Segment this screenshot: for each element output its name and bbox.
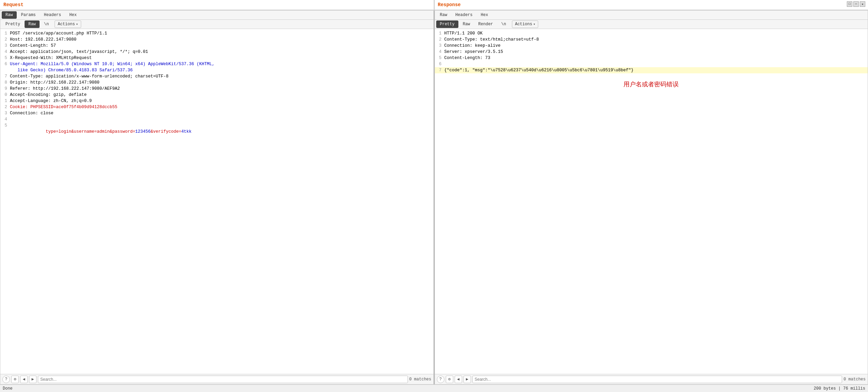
request-search-input[interactable] <box>38 376 408 383</box>
response-line-3: 3 Connection: keep-alive <box>435 43 868 49</box>
request-line-11: 1 Accept-Language: zh-CN, zh;q=0.9 <box>0 98 433 104</box>
request-line-15: 5 type=login&username=admin&password=123… <box>0 122 433 141</box>
request-title: Request <box>0 0 435 10</box>
window-tile-icon[interactable]: □ <box>847 1 852 7</box>
request-actions-btn[interactable]: Actions ▾ <box>55 20 81 28</box>
request-back-btn[interactable]: ◀ <box>20 376 28 383</box>
request-settings-icon[interactable]: ⚙ <box>11 376 19 383</box>
response-forward-btn[interactable]: ▶ <box>464 376 471 383</box>
status-left: Done <box>3 386 13 391</box>
request-forward-btn[interactable]: ▶ <box>29 376 36 383</box>
response-newline-btn[interactable]: \n <box>498 20 510 28</box>
request-pretty-btn[interactable]: Pretty <box>2 20 24 28</box>
response-line-5: 5 Content-Length: 73 <box>435 55 868 61</box>
request-tab-raw[interactable]: Raw <box>2 11 17 19</box>
response-content: 1 HTTP/1.1 200 OK 2 Content-Type: text/h… <box>435 29 868 374</box>
response-title: Response <box>435 0 868 10</box>
window-minimize-icon[interactable]: — <box>853 1 859 7</box>
request-line-8: 8 Origin: http://192.168.222.147:9080 <box>0 79 433 86</box>
request-line-4: 4 Accept: application/json, text/javascr… <box>0 49 433 55</box>
request-bottom-bar: ? ⚙ ◀ ▶ 0 matches <box>0 374 433 384</box>
window-close-icon[interactable]: ✕ <box>860 1 865 7</box>
request-matches-label: 0 matches <box>409 377 431 382</box>
request-line-13: 3 Connection: close <box>0 110 433 116</box>
request-line-9: 9 Referer: http://192.168.222.147:9080/A… <box>0 86 433 92</box>
request-help-icon[interactable]: ? <box>2 376 10 383</box>
request-newline-btn[interactable]: \n <box>40 20 53 28</box>
request-line-12: 2 Cookie: PHPSESSID=ace0f75f4b09d94128dc… <box>0 104 433 110</box>
response-chinese-comment: 用户名或者密码错误 <box>623 80 679 88</box>
request-toolbar: Pretty Raw \n Actions ▾ <box>0 20 433 29</box>
request-line-6b: like Gecko) Chrome/85.0.4183.83 Safari/5… <box>0 67 433 73</box>
request-line-10: 0 Accept-Encoding: gzip, deflate <box>0 92 433 98</box>
request-line-7: 7 Content-Type: application/x-www-form-u… <box>0 73 433 79</box>
response-toolbar: Pretty Raw Render \n Actions ▾ <box>435 20 868 29</box>
request-line-2: 2 Host: 192.168.222.147:9080 <box>0 37 433 43</box>
response-tab-raw[interactable]: Raw <box>436 11 451 19</box>
response-actions-btn[interactable]: Actions ▾ <box>512 20 538 28</box>
response-line-1: 1 HTTP/1.1 200 OK <box>435 30 868 37</box>
request-raw-btn[interactable]: Raw <box>25 20 40 28</box>
response-tab-hex[interactable]: Hex <box>477 11 492 19</box>
request-actions-chevron-icon: ▾ <box>76 22 78 26</box>
request-tab-bar: Raw Params Headers Hex <box>0 11 433 20</box>
response-tab-headers[interactable]: Headers <box>452 11 476 19</box>
response-actions-chevron-icon: ▾ <box>533 22 535 26</box>
request-tab-headers[interactable]: Headers <box>40 11 65 19</box>
response-raw-btn[interactable]: Raw <box>459 20 474 28</box>
response-line-6: 6 <box>435 61 868 67</box>
response-bottom-bar: ? ⚙ ◀ ▶ 0 matches <box>435 374 868 384</box>
request-content: 1 POST /service/app/account.php HTTP/1.1… <box>0 29 433 374</box>
status-right: 200 bytes | 76 millis <box>814 386 865 391</box>
response-matches-label: 0 matches <box>843 377 866 382</box>
request-line-5: 5 X-Requested-With: XMLHttpRequest <box>0 55 433 61</box>
request-line-14: 4 <box>0 116 433 122</box>
response-render-btn[interactable]: Render <box>474 20 497 28</box>
request-tab-hex[interactable]: Hex <box>65 11 80 19</box>
response-tab-bar: Raw Headers Hex <box>435 11 868 20</box>
response-line-2: 2 Content-Type: text/html;charset=utf-8 <box>435 37 868 43</box>
response-help-icon[interactable]: ? <box>437 376 444 383</box>
response-settings-icon[interactable]: ⚙ <box>446 376 453 383</box>
request-line-3: 3 Content-Length: 57 <box>0 43 433 49</box>
response-pretty-btn[interactable]: Pretty <box>436 20 458 28</box>
response-line-7: 7 {"code":1, "msg":"\u7528\u6237\u540d\u… <box>435 67 868 73</box>
request-line-1: 1 POST /service/app/account.php HTTP/1.1 <box>0 30 433 37</box>
response-line-4: 4 Server: xpserver/3.5.15 <box>435 49 868 55</box>
response-back-btn[interactable]: ◀ <box>455 376 462 383</box>
response-search-input[interactable] <box>472 376 842 383</box>
status-bar: Done 200 bytes | 76 millis <box>0 384 868 392</box>
request-tab-params[interactable]: Params <box>17 11 40 19</box>
request-line-6: 6 User-Agent: Mozilla/5.0 (Windows NT 10… <box>0 61 433 67</box>
